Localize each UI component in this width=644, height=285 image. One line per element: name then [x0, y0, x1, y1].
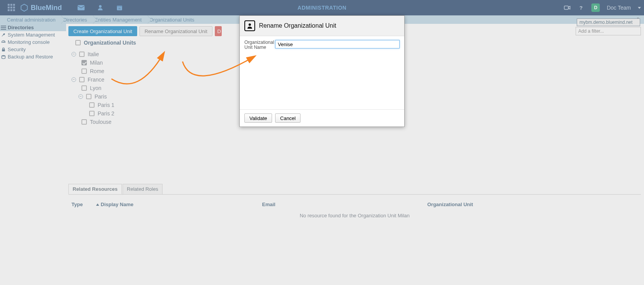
dialog-header: Rename Organizational Unit [240, 16, 404, 36]
ou-name-label: Organizational Unit Name [244, 40, 273, 50]
dialog-title: Rename Organizational Unit [259, 22, 336, 29]
validate-button[interactable]: Validate [244, 113, 272, 123]
user-square-icon [244, 20, 255, 31]
cancel-button[interactable]: Cancel [275, 113, 300, 123]
rename-dialog: Rename Organizational Unit Organizationa… [239, 15, 405, 127]
ou-name-input[interactable] [275, 40, 400, 48]
svg-point-14 [249, 23, 251, 26]
modal-overlay: Rename Organizational Unit Organizationa… [0, 0, 644, 285]
